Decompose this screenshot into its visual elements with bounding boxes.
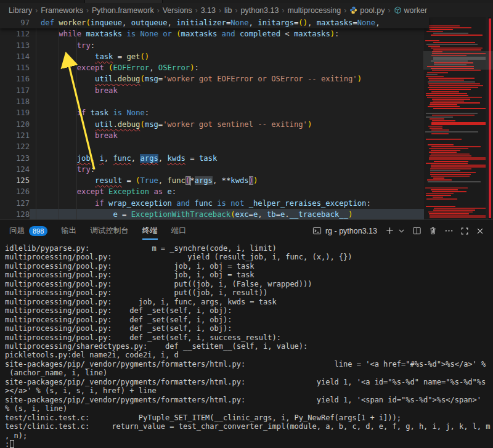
code-token: wrap_exception: [108, 199, 172, 208]
panel-tab-label: 终端: [142, 226, 158, 236]
code-line-113[interactable]: 113 try:: [0, 40, 429, 51]
sticky-scroll-line[interactable]: 97def worker(inqueue, outqueue, initiali…: [0, 17, 429, 28]
more-actions-button[interactable]: [444, 226, 454, 235]
minimap-line: [426, 198, 457, 200]
breadcrumb-item-lib[interactable]: lib: [224, 6, 232, 15]
breadcrumb-item-worker[interactable]: worker: [394, 6, 428, 15]
code-line-126[interactable]: 126 except Exception as e:: [0, 186, 429, 197]
minimap-line: [426, 27, 471, 28]
terminal-row: multiprocessing/sharedctypes.py: def __s…: [5, 342, 493, 351]
line-number: 119: [0, 107, 30, 118]
tab-segment[interactable]: [0, 0, 85, 3]
line-content: [30, 141, 429, 152]
breadcrumb-separator-icon: ›: [35, 6, 38, 15]
minimap-line: [428, 87, 478, 88]
panel-tab-0[interactable]: 问题898: [9, 221, 47, 242]
code-token: is: [217, 199, 226, 208]
panel-tab-2[interactable]: 调试控制台: [90, 221, 129, 242]
code-token: i: [99, 154, 104, 163]
code-token: **: [222, 176, 231, 185]
code-line-122[interactable]: 122: [0, 141, 429, 152]
tab-segment-active[interactable]: [85, 0, 163, 3]
breadcrumb-item-python3-13[interactable]: python3.13: [241, 6, 279, 15]
code-token: :: [195, 63, 199, 72]
code-editor[interactable]: 112 while maxtasks is None or (maxtasks …: [0, 17, 493, 219]
panel-tab-1[interactable]: 输出: [61, 221, 76, 242]
split-terminal-button[interactable]: [412, 226, 422, 235]
maximize-panel-button[interactable]: [460, 227, 469, 235]
line-number: 124: [0, 164, 30, 175]
code-token: (: [86, 18, 90, 27]
code-line-115[interactable]: 115 except (EOFError, OSError):: [0, 62, 429, 73]
minimap-line: [431, 176, 469, 177]
line-content: if wrap_exception and func is not _helpe…: [30, 198, 429, 209]
breadcrumb-item-multiprocessing[interactable]: multiprocessing: [287, 6, 341, 15]
minimap-line: [433, 210, 475, 211]
code-token: e: [113, 210, 117, 219]
code-token: ,: [158, 154, 168, 163]
code-token: =: [122, 176, 136, 185]
terminal-icon: [312, 226, 322, 235]
code-line-97-sticky[interactable]: 97def worker(inqueue, outqueue, initiali…: [0, 17, 429, 28]
minimap-line: [430, 118, 444, 120]
line-content: job, i, func, args, kwds = task: [30, 153, 429, 164]
code-token: :: [145, 108, 149, 117]
terminal-row: multiprocessing/pool.py: put((job, i, re…: [5, 288, 493, 297]
code-lines[interactable]: 112 while maxtasks is None or (maxtasks …: [0, 28, 429, 219]
code-line-127[interactable]: 127 if wrap_exception and func is not _h…: [0, 198, 429, 209]
minimap-line: [433, 42, 475, 43]
minimap-line: [431, 91, 459, 92]
code-line-119[interactable]: 119 if task is None:: [0, 107, 429, 118]
line-number: 117: [0, 85, 30, 96]
code-token: =: [352, 18, 357, 27]
minimap-line: [428, 181, 480, 182]
code-line-120[interactable]: 120 util.debug(msg='worker got sentinel …: [0, 119, 429, 130]
code-token: task: [199, 154, 217, 163]
minimap-line: [430, 170, 461, 171]
breadcrumb-item-python-framework[interactable]: Python.framework: [92, 6, 154, 15]
minimap[interactable]: [424, 17, 486, 219]
code-token: [41, 52, 95, 61]
code-line-121[interactable]: 121 break: [0, 130, 429, 141]
kill-terminal-button[interactable]: [428, 226, 438, 235]
minimap-slider[interactable]: [423, 51, 493, 70]
code-token: ): [308, 120, 312, 129]
code-token: msg: [145, 120, 158, 129]
code-token: ,: [149, 63, 158, 72]
code-line-116[interactable]: 116 util.debug(msg='worker got EOFError …: [0, 73, 429, 84]
minimap-line: [432, 120, 455, 121]
minimap-line: [426, 206, 455, 207]
code-line-118[interactable]: 118: [0, 96, 429, 107]
code-line-124[interactable]: 124 try:: [0, 164, 429, 175]
code-line-117[interactable]: 117 break: [0, 85, 429, 96]
minimap-line: [430, 128, 442, 129]
minimap-line: [425, 131, 478, 132]
breadcrumb-item-pool-py[interactable]: pool.py: [349, 6, 385, 15]
code-line-114[interactable]: 114 task = get(): [0, 51, 429, 62]
terminal-tab[interactable]: rg - python3.13: [312, 226, 377, 235]
breadcrumb-item-versions[interactable]: Versions: [163, 6, 192, 15]
code-token: ,: [104, 154, 113, 163]
code-token: worker: [59, 18, 86, 27]
bottom-panel: 问题898输出调试控制台终端端口 rg - python3.13 idlelib…: [0, 219, 493, 448]
minimap-line: [433, 49, 481, 51]
code-line-128[interactable]: 128 e = ExceptionWithTraceback(exc=e, tb…: [0, 209, 429, 219]
breadcrumb-item-3-13[interactable]: 3.13: [201, 6, 216, 15]
code-line-125[interactable]: 125 result = (True, func(*args, **kwds)): [0, 175, 429, 186]
new-terminal-button[interactable]: [385, 226, 394, 235]
symbol-method-icon: [394, 6, 402, 14]
panel-tab-4[interactable]: 端口: [171, 221, 187, 242]
terminal-dropdown-button[interactable]: [397, 227, 405, 235]
breadcrumb-item-frameworks[interactable]: Frameworks: [41, 6, 83, 15]
close-panel-button[interactable]: [476, 227, 484, 235]
code-line-123[interactable]: 123 job, i, func, args, kwds = task: [0, 153, 429, 164]
code-token: [86, 108, 90, 117]
code-line-112[interactable]: 112 while maxtasks is None or (maxtasks …: [0, 28, 429, 39]
terminal-output[interactable]: idlelib/pyparse.py: m = _synchre(code, i…: [0, 242, 493, 448]
line-number: 115: [0, 62, 30, 73]
panel-tab-3[interactable]: 终端: [142, 221, 158, 242]
code-token: while: [59, 30, 81, 38]
minimap-line: [434, 161, 468, 162]
breadcrumb-item-library[interactable]: Library: [9, 6, 32, 15]
code-token: [41, 199, 95, 208]
